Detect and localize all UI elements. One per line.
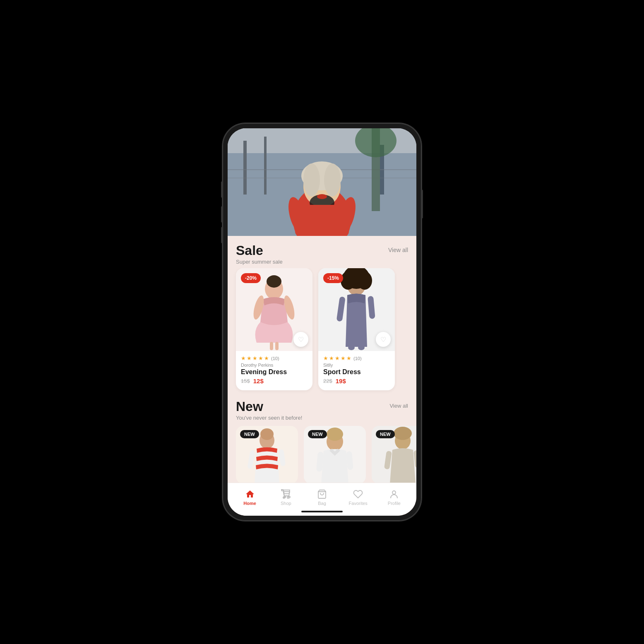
sale-title-block: Sale Super summer sale (236, 243, 283, 265)
phone-frame: Sale Super summer sale View all (223, 123, 421, 521)
new-card-3[interactable]: NEW (372, 426, 416, 484)
heart-icon-2: ♡ (380, 336, 386, 344)
product-name-2: Sport Dress (323, 368, 390, 376)
price-row-2: 22$ 19$ (323, 377, 390, 384)
hero-banner (228, 128, 416, 236)
product-image-1: -20% ♡ (236, 268, 312, 351)
new-view-all[interactable]: View all (389, 403, 408, 409)
svg-point-18 (317, 194, 327, 199)
svg-point-34 (358, 345, 365, 350)
price-row-1: 15$ 12$ (241, 377, 308, 384)
star2-5: ★ (346, 355, 351, 361)
nav-bag[interactable]: Bag (304, 489, 340, 506)
new-title: New (236, 399, 302, 414)
svg-point-47 (394, 427, 412, 440)
new-title-block: New You've never seen it before! (236, 399, 302, 421)
phone-screen: Sale Super summer sale View all (228, 128, 416, 516)
svg-point-30 (357, 272, 372, 290)
product-info-2: ★ ★ ★ ★ ★ (10) Sitlly Sport Dress 22$ 19… (318, 351, 395, 390)
new-card-2[interactable]: NEW (304, 426, 366, 484)
main-content: Sale Super summer sale View all (228, 236, 416, 516)
home-icon (245, 489, 255, 499)
product-name-1: Evening Dress (241, 368, 308, 376)
svg-rect-25 (275, 342, 279, 350)
svg-point-37 (260, 428, 274, 440)
new-section-row: New You've never seen it before! View al… (228, 395, 416, 423)
new-products-list: NEW (228, 423, 416, 489)
sale-products-list: -20% ♡ ★ ★ ★ ★ ★ (10) (228, 268, 416, 395)
favorite-btn-2[interactable]: ♡ (376, 332, 391, 347)
product-card-2[interactable]: -15% ♡ ★ ★ ★ ★ ★ (10) (318, 268, 395, 390)
new-price-1: 12$ (253, 377, 264, 384)
review-count-2: (10) (353, 356, 362, 361)
brand-1: Dorothy Perkins (241, 363, 308, 368)
old-price-1: 15$ (241, 378, 250, 384)
star-3: ★ (252, 355, 257, 361)
sale-subtitle: Super summer sale (236, 259, 283, 265)
svg-point-51 (288, 496, 290, 498)
product-info-1: ★ ★ ★ ★ ★ (10) Dorothy Perkins Evening D… (236, 351, 312, 390)
star2-1: ★ (323, 355, 328, 361)
discount-badge-2: -15% (323, 273, 343, 283)
svg-point-12 (303, 163, 320, 197)
star-2: ★ (247, 355, 252, 361)
svg-rect-3 (264, 137, 267, 195)
new-right-info: View all (389, 399, 408, 409)
heart-icon-1: ♡ (298, 336, 304, 344)
product-stars-1: ★ ★ ★ ★ ★ (10) (241, 355, 308, 361)
product-stars-2: ★ ★ ★ ★ ★ (10) (323, 355, 390, 361)
nav-home[interactable]: Home (232, 489, 268, 506)
nav-shop[interactable]: Shop (268, 489, 304, 506)
svg-point-13 (324, 163, 341, 197)
new-badge-2: NEW (308, 430, 327, 438)
svg-point-21 (267, 275, 281, 288)
new-badge-1: NEW (240, 430, 259, 438)
nav-profile-label: Profile (388, 501, 401, 506)
favorite-btn-1[interactable]: ♡ (293, 332, 308, 347)
svg-point-33 (348, 345, 355, 350)
discount-badge-1: -20% (241, 273, 261, 283)
profile-icon (389, 489, 399, 499)
star-4: ★ (258, 355, 263, 361)
svg-point-29 (341, 272, 356, 290)
review-count-1: (10) (271, 356, 279, 361)
nav-favorites[interactable]: Favorites (340, 489, 376, 506)
nav-home-label: Home (243, 501, 256, 506)
product-card-1[interactable]: -20% ♡ ★ ★ ★ ★ ★ (10) (236, 268, 312, 390)
product-image-2: -15% ♡ (318, 268, 395, 351)
brand-2: Sitlly (323, 363, 390, 368)
svg-rect-2 (243, 141, 247, 195)
star-5: ★ (264, 355, 269, 361)
new-badge-3: NEW (376, 430, 395, 438)
star-1: ★ (241, 355, 246, 361)
new-card-1[interactable]: NEW (236, 426, 298, 484)
svg-point-52 (392, 491, 396, 494)
svg-rect-24 (270, 342, 273, 350)
sale-view-all[interactable]: View all (388, 247, 408, 253)
nav-favorites-label: Favorites (349, 501, 368, 506)
svg-point-42 (327, 428, 343, 441)
star2-2: ★ (329, 355, 334, 361)
old-price-2: 22$ (323, 378, 332, 384)
new-subtitle: You've never seen it before! (236, 415, 302, 421)
star2-4: ★ (341, 355, 346, 361)
sale-title: Sale (236, 243, 283, 258)
nav-profile[interactable]: Profile (376, 489, 412, 506)
new-price-2: 19$ (336, 377, 346, 384)
nav-shop-label: Shop (281, 501, 291, 506)
star2-3: ★ (335, 355, 340, 361)
shop-icon (281, 489, 291, 499)
favorites-icon (353, 489, 363, 499)
bag-icon (317, 489, 327, 499)
sale-section-header: Sale Super summer sale View all (228, 236, 416, 268)
nav-bag-label: Bag (318, 501, 326, 506)
home-indicator (301, 511, 343, 512)
